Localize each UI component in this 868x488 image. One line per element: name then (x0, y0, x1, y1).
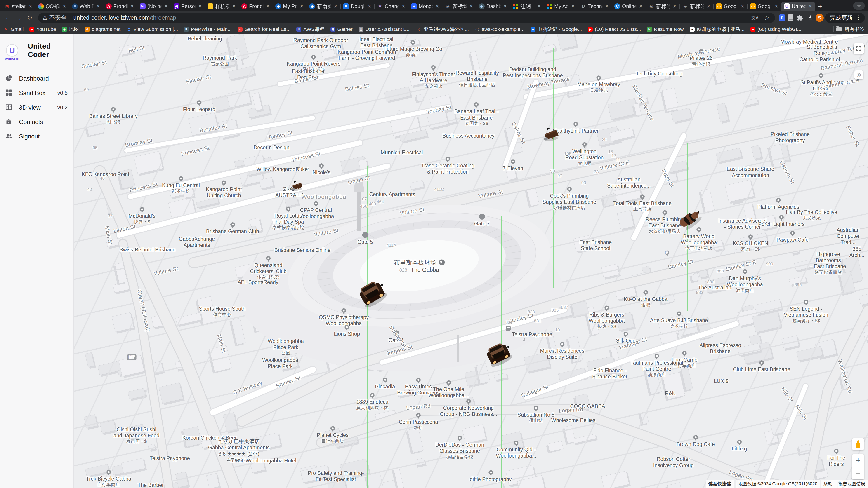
map-secondary-button[interactable]: ◎ (855, 70, 863, 79)
tab-close-icon[interactable]: ✕ (638, 3, 643, 9)
tab-search-button[interactable] (853, 2, 865, 10)
tab-close-icon[interactable]: ✕ (299, 3, 304, 9)
extension-doc-icon[interactable] (787, 14, 795, 22)
chrome-update-button[interactable]: 完成更新 ⋮ (825, 13, 865, 23)
browser-tab-16[interactable]: 注销✕ (510, 2, 544, 11)
back-button[interactable]: ← (3, 13, 13, 23)
address-bar[interactable]: ⚠ 不安全 united-coder.iloveliziwen.com /thr… (38, 13, 775, 23)
tab-close-icon[interactable]: ✕ (503, 3, 508, 9)
forward-button[interactable]: → (14, 13, 24, 23)
browser-tab-14[interactable]: ◉新标签页✕ (442, 2, 476, 11)
favicon-icon: ▢ (208, 3, 213, 9)
bookmark-item-10[interactable]: ◎User & Assistant E... (359, 26, 411, 32)
bookmark-item-7[interactable]: ⌂Search for Real Es... (238, 26, 290, 32)
browser-tab-10[interactable]: ◆新南威尔✕ (307, 2, 340, 11)
browser-tab-7[interactable]: ▢样机演示✕ (205, 2, 239, 11)
browser-tab-18[interactable]: DTechnolo✕ (578, 2, 612, 11)
bookmark-item-15[interactable]: NResume Now (647, 26, 684, 32)
browser-tab-3[interactable]: ≡Web Dev✕ (69, 2, 103, 11)
extension-icon[interactable]: ü (779, 14, 785, 21)
browser-tab-1[interactable]: Mstellar x✕ (1, 2, 35, 11)
tab-close-icon[interactable]: ✕ (672, 3, 677, 9)
tab-close-icon[interactable]: ✕ (401, 3, 406, 9)
browser-tab-13[interactable]: RMongodb✕ (408, 2, 442, 11)
tab-close-icon[interactable]: ✕ (604, 3, 610, 9)
bookmark-item-2[interactable]: ▶YouTube (29, 26, 56, 32)
tab-close-icon[interactable]: ✕ (537, 3, 541, 9)
bookmark-item-8[interactable]: UAWS课程 (296, 26, 324, 33)
poi-pin-icon (286, 207, 290, 211)
sidebar-item-dashboard[interactable]: Dashboard (0, 71, 73, 86)
tab-close-icon[interactable]: ✕ (706, 3, 711, 9)
tab-close-icon[interactable]: ✕ (808, 3, 813, 9)
browser-tab-17[interactable]: My Acco✕ (544, 2, 578, 11)
browser-tab-19[interactable]: COnline C✕ (612, 2, 646, 11)
map-fullscreen-button[interactable] (854, 43, 864, 54)
reload-button[interactable]: ↻ (25, 13, 34, 23)
browser-tab-12[interactable]: ✱Changelo✕ (374, 2, 408, 11)
sidebar-item-contacts[interactable]: Contacts (0, 115, 73, 129)
map-canvas[interactable]: Rebel cleaningRaymond Park Outdoor Calis… (74, 34, 868, 488)
browser-tab-23[interactable]: ▭Google 幻✕ (747, 2, 781, 11)
translate-icon[interactable]: 文A (751, 14, 759, 22)
tab-close-icon[interactable]: ✕ (62, 3, 67, 9)
tab-close-icon[interactable]: ✕ (231, 3, 237, 9)
browser-tab-11[interactable]: ≡Douglas,✕ (340, 2, 374, 11)
zoom-in-button[interactable]: + (852, 454, 864, 467)
tab-close-icon[interactable]: ✕ (435, 3, 440, 9)
keyboard-shortcuts-link[interactable]: 键盘快捷键 (706, 480, 734, 488)
browser-tab-20[interactable]: ◉新标签页✕ (646, 2, 680, 11)
downloads-icon[interactable] (807, 14, 814, 22)
browser-tab-5[interactable]: ✉(No new✕ (137, 2, 171, 11)
bookmark-item-17[interactable]: ▶(60) Using WebGL... (750, 26, 803, 32)
tab-close-icon[interactable]: ✕ (164, 3, 168, 9)
new-tab-button[interactable]: + (815, 2, 825, 11)
pegman-button[interactable] (852, 438, 864, 450)
security-chip[interactable]: ⚠ 不安全 (42, 14, 67, 22)
tab-close-icon[interactable]: ✕ (130, 3, 135, 9)
bookmark-item-13[interactable]: ≡电脑笔记 - Google... (530, 26, 582, 33)
tab-close-icon[interactable]: ✕ (740, 3, 745, 9)
extensions-puzzle-icon[interactable] (796, 14, 804, 22)
tab-close-icon[interactable]: ✕ (197, 3, 203, 9)
bookmark-item-3[interactable]: ◈地图 (62, 26, 79, 33)
terms-link[interactable]: 条款 (820, 480, 835, 488)
bookmark-item-6[interactable]: PPeerWise - Main... (184, 26, 232, 32)
bookmark-star-icon[interactable]: ☆ (763, 14, 771, 22)
tab-close-icon[interactable]: ✕ (469, 3, 474, 9)
profile-avatar[interactable]: S (815, 14, 824, 22)
bookmark-item-4[interactable]: ddiagrams.net (85, 26, 121, 32)
map-zoom-control: + − (852, 454, 864, 480)
bookmark-item-5[interactable]: ≣View Submission |... (126, 26, 178, 32)
bookmark-item-14[interactable]: ▶(10) React JS Lists... (588, 26, 641, 32)
browser-tab-2[interactable]: QQ邮箱中✕ (35, 2, 69, 11)
bookmark-item-9[interactable]: ▦Gather (331, 26, 352, 32)
tab-close-icon[interactable]: ✕ (367, 3, 372, 9)
tab-close-icon[interactable]: ✕ (774, 3, 779, 9)
browser-tab-21[interactable]: ◉新标签页✕ (680, 2, 713, 11)
browser-tab-8[interactable]: AFrondEnd✕ (239, 2, 273, 11)
tab-close-icon[interactable]: ✕ (96, 3, 101, 9)
browser-tab-24[interactable]: UUnitedCo✕ (781, 2, 815, 11)
bookmark-item-12[interactable]: ◯aws-cdk-example... (475, 26, 525, 32)
bookmark-item-1[interactable]: MGmail (4, 26, 24, 32)
zoom-out-button[interactable]: − (852, 467, 864, 480)
browser-tab-22[interactable]: ▭Google 幻✕ (713, 2, 747, 11)
all-bookmarks-button[interactable]: 所有书签 (844, 26, 864, 33)
sidebar-item-sand-box[interactable]: Sand Boxv0.5 (0, 86, 73, 100)
bookmark-item-16[interactable]: a感谢您的申请 | 亚马... (690, 26, 745, 33)
browser-tab-9[interactable]: ◆My Profil✕ (273, 2, 307, 11)
tab-close-icon[interactable]: ✕ (333, 3, 338, 9)
bookmark-item-11[interactable]: ◇亚马逊AWS海外区... (416, 26, 469, 33)
tab-close-icon[interactable]: ✕ (28, 3, 33, 9)
sidebar-item-3d-view[interactable]: 3D viewv0.2 (0, 100, 73, 115)
report-error-link[interactable]: 报告地图错误 (835, 480, 868, 488)
browser-tab-4[interactable]: AFrondEnd✕ (103, 2, 137, 11)
poi-pin-icon (179, 176, 183, 181)
tab-close-icon[interactable]: ✕ (570, 3, 576, 9)
sidebar-item-signout[interactable]: Signout (0, 129, 73, 144)
tab-close-icon[interactable]: ✕ (266, 3, 270, 9)
browser-tab-6[interactable]: y!Personal✕ (171, 2, 205, 11)
browser-tab-15[interactable]: ◆Dashboa✕ (476, 2, 510, 11)
poi-label: Woolloongabba (301, 193, 346, 200)
